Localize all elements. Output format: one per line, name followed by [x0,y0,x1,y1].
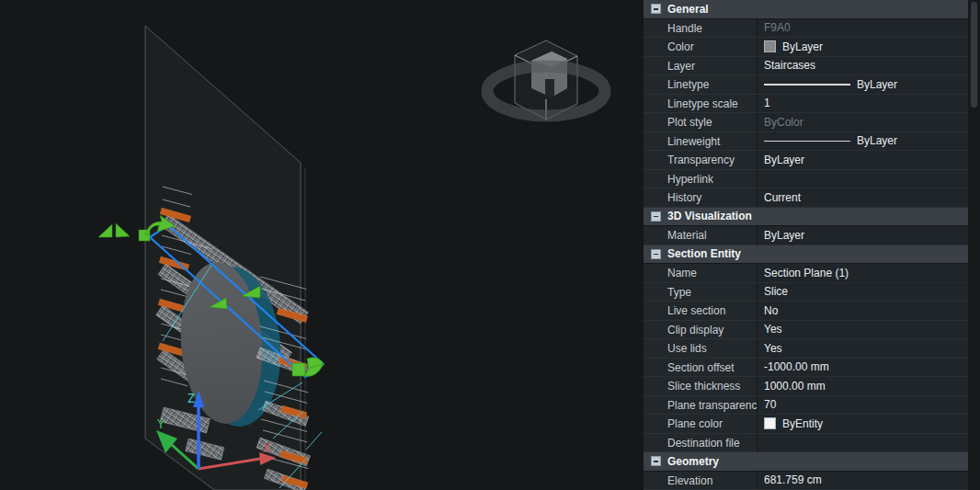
endpoint-grip-icon[interactable] [292,363,305,376]
ucs-z-label: Z [188,391,195,405]
property-row[interactable]: Section offset-1000.00 mm [644,359,968,378]
property-row[interactable]: Destination file [644,434,968,453]
property-value[interactable]: Staircases [757,57,968,75]
property-value-text: ByLayer [857,132,897,151]
section-header-label: Section Entity [661,245,741,263]
property-label: Name [644,264,757,283]
property-value[interactable]: -1000.00 mm [757,359,968,377]
property-value-text: ByColor [764,113,803,131]
property-label: Hyperlink [644,170,757,189]
property-label: Transparency [644,151,757,170]
gizmo-model-notch [545,79,554,99]
property-value[interactable]: 1000.00 mm [757,377,968,395]
property-value[interactable]: ByColor [757,113,968,131]
property-value[interactable]: Section Plane (1) [757,264,968,282]
linetype-line-icon [764,84,850,85]
property-label: Linetype scale [644,95,757,114]
property-row[interactable]: LinetypeByLayer [644,75,968,95]
property-value-text: ByLayer [764,151,804,169]
property-value[interactable]: 681.759 cm [757,472,968,490]
property-value[interactable]: F9A0 [757,19,968,38]
property-value-text: ByLayer [764,226,804,245]
property-label: Material [644,226,757,245]
property-value[interactable]: ByLayer [757,75,968,94]
property-label: History [644,188,757,208]
property-value[interactable] [757,170,968,188]
property-value-text: 70 [764,396,776,415]
property-row[interactable]: Elevation681.759 cm [644,472,968,490]
property-value[interactable] [757,434,968,452]
section-header-label: General [661,0,709,18]
property-row[interactable]: HandleF9A0 [644,19,968,39]
property-value[interactable]: ByEntity [757,415,968,433]
property-value[interactable]: ByLayer [757,226,968,245]
property-value[interactable]: ByLayer [757,132,968,151]
color-swatch [764,40,776,52]
property-label: Destination file [644,434,757,453]
property-row[interactable]: Plane transparency70 [644,396,968,416]
section-header[interactable]: 3D Visualization [644,208,968,227]
property-value-text: Yes [764,339,782,358]
property-row[interactable]: TransparencyByLayer [644,151,968,170]
property-label: Clip display [644,321,757,340]
properties-panel: GeneralHandleF9A0ColorByLayerLayerStairc… [644,0,980,490]
section-header[interactable]: Section Entity [644,245,968,265]
property-label: Layer [644,57,757,76]
property-row[interactable]: TypeSlice [644,283,968,302]
collapse-icon[interactable] [651,456,661,466]
property-row[interactable]: Plot styleByColor [644,113,968,132]
collapse-icon[interactable] [651,249,661,259]
property-row[interactable]: HistoryCurrent [644,188,968,208]
property-row[interactable]: ColorByLayer [644,38,968,57]
property-value[interactable]: 70 [757,396,968,415]
property-label: Linetype [644,75,757,95]
property-label: Plot style [644,113,757,132]
property-value-text: Staircases [764,57,815,75]
property-value-text: Section Plane (1) [764,264,849,282]
property-row[interactable]: Live sectionNo [644,302,968,321]
property-label: Use lids [644,339,757,359]
property-label: Live section [644,302,757,321]
property-value[interactable]: ByLayer [757,151,968,169]
ucs-x-label: X [263,440,271,455]
app-window: Z Y X GeneralHandleF9A0ColorByLayerLayer… [0,0,980,490]
property-value[interactable]: Current [757,188,968,207]
property-row[interactable]: Linetype scale1 [644,95,968,114]
property-row[interactable]: LayerStaircases [644,57,968,76]
property-row[interactable]: Plane colorByEntity [644,415,968,434]
property-value-text: No [764,302,778,320]
collapse-icon[interactable] [651,211,661,222]
property-row[interactable]: Hyperlink [644,170,968,189]
property-value[interactable]: No [757,302,968,320]
3d-viewport[interactable]: Z Y X [0,0,644,490]
properties-rows: GeneralHandleF9A0ColorByLayerLayerStairc… [644,0,968,490]
property-value-text: 1 [764,95,770,113]
collapse-icon[interactable] [651,4,661,14]
property-label: Color [644,38,757,57]
property-value-text: ByEntity [782,415,823,433]
section-header[interactable]: General [644,0,968,19]
property-value[interactable]: 1 [757,95,968,113]
property-value-text: Slice [764,283,788,302]
property-row[interactable]: MaterialByLayer [644,226,968,245]
property-row[interactable]: LineweightByLayer [644,132,968,152]
property-value[interactable]: Yes [757,321,968,339]
property-value-text: ByLayer [857,75,897,94]
scrollbar-thumb[interactable] [971,2,977,108]
property-value[interactable]: ByLayer [757,38,968,56]
property-label: Slice thickness [644,377,757,396]
property-value[interactable]: Slice [757,283,968,302]
property-label: Section offset [644,359,757,378]
section-header[interactable]: Geometry [644,452,968,472]
panel-scrollbar[interactable] [968,0,980,490]
property-value[interactable]: Yes [757,339,968,358]
property-label: Lineweight [644,132,757,152]
property-row[interactable]: Clip displayYes [644,321,968,340]
property-value-text: ByLayer [782,38,823,56]
property-row[interactable]: Use lidsYes [644,339,968,359]
property-label: Handle [644,19,757,39]
property-row[interactable]: Slice thickness1000.00 mm [644,377,968,396]
property-value-text: Current [764,188,801,207]
property-row[interactable]: NameSection Plane (1) [644,264,968,283]
property-label: Type [644,283,757,302]
